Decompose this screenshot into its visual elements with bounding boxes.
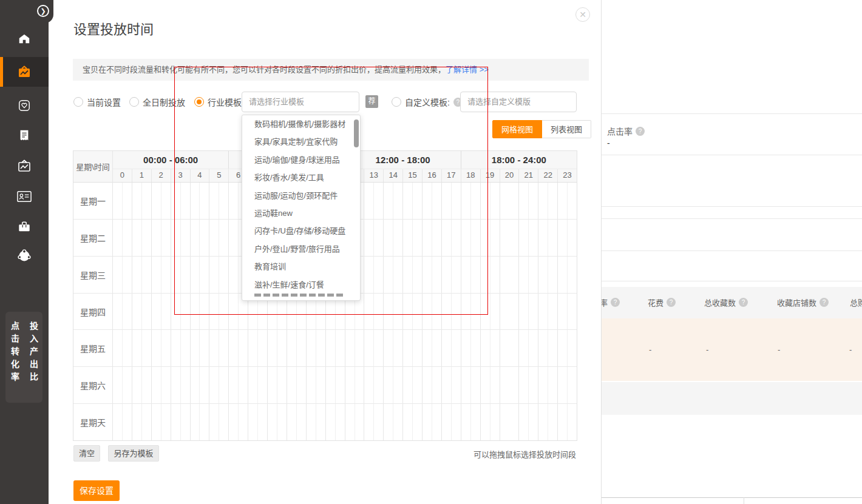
time-slot[interactable] [500,330,520,366]
time-slot[interactable] [500,294,520,330]
time-slot[interactable] [384,257,403,293]
time-slot[interactable] [113,330,132,366]
time-slot[interactable] [442,404,461,440]
time-slot[interactable] [538,257,558,293]
time-slot[interactable] [191,294,210,330]
time-slot[interactable] [423,404,442,440]
time-slot[interactable] [500,220,520,256]
time-slot[interactable] [519,367,538,403]
time-slot[interactable] [538,330,558,366]
dropdown-item[interactable]: 运动鞋new [242,204,360,222]
time-slot[interactable] [132,367,152,403]
time-slot[interactable] [209,404,229,440]
sidebar-item-campaign[interactable] [0,57,49,87]
time-slot[interactable] [171,367,191,403]
sidebar-item-business[interactable] [0,213,49,240]
time-slot[interactable] [481,404,500,440]
time-slot[interactable] [171,294,191,330]
time-slot[interactable] [113,367,132,403]
time-slot[interactable] [171,183,191,219]
radio-custom-template[interactable]: 自定义模板: ? [392,92,463,112]
time-slot[interactable] [364,404,384,440]
column-header[interactable]: 收藏店铺数 ? [777,297,829,308]
time-slot[interactable] [326,404,345,440]
dropdown-item[interactable]: 教育培训 [242,258,360,275]
time-slot[interactable] [384,294,403,330]
time-slot[interactable] [442,367,461,403]
time-slot[interactable] [191,367,210,403]
grid-view-button[interactable]: 网格视图 [492,120,542,138]
time-slot[interactable] [403,257,423,293]
time-slot[interactable] [152,257,171,293]
time-slot[interactable] [364,257,384,293]
dropdown-item[interactable]: 运动/瑜伽/健身/球迷用品 [242,151,360,169]
sidebar-item-favorites[interactable] [0,92,49,119]
time-slot[interactable] [384,404,403,440]
column-header[interactable]: 花费 ? [648,297,676,308]
time-slot[interactable] [558,220,577,256]
time-slot[interactable] [519,404,538,440]
time-slot[interactable] [248,404,268,440]
help-icon[interactable]: ? [611,298,620,307]
time-slot[interactable] [364,220,384,256]
time-slot[interactable] [171,404,191,440]
time-slot[interactable] [326,330,345,366]
time-slot[interactable] [558,294,577,330]
time-slot[interactable] [171,257,191,293]
time-slot[interactable] [113,257,132,293]
time-slot[interactable] [538,294,558,330]
time-slot[interactable] [538,220,558,256]
time-slot[interactable] [403,294,423,330]
time-slot[interactable] [113,294,132,330]
time-slot[interactable] [229,330,248,366]
time-slot[interactable] [152,330,171,366]
time-slot[interactable] [423,330,442,366]
save-as-template-button[interactable]: 另存为模板 [108,445,159,462]
time-slot[interactable] [461,220,481,256]
time-slot[interactable] [209,367,229,403]
time-slot[interactable] [519,220,538,256]
time-slot[interactable] [500,404,520,440]
time-slot[interactable] [403,220,423,256]
time-slot[interactable] [307,404,326,440]
time-slot[interactable] [442,294,461,330]
time-slot[interactable] [364,330,384,366]
time-slot[interactable] [481,220,500,256]
time-slot[interactable] [364,294,384,330]
dropdown-item[interactable]: 户外/登山/野营/旅行用品 [242,240,360,258]
time-slot[interactable] [461,294,481,330]
time-slot[interactable] [345,367,365,403]
time-slot[interactable] [132,257,152,293]
time-slot[interactable] [191,330,210,366]
custom-template-select[interactable]: 请选择自定义模版 [460,92,577,112]
time-slot[interactable] [209,257,229,293]
time-slot[interactable] [558,257,577,293]
dropdown-item[interactable]: 闪存卡/U盘/存储/移动硬盘 [242,222,360,240]
time-slot[interactable] [191,404,210,440]
time-slot[interactable] [384,220,403,256]
chevron-right-icon[interactable]: ❯ [37,5,49,17]
close-icon[interactable]: ✕ [575,7,590,22]
dropdown-item[interactable]: 数码相机/摄像机/摄影器材 [242,115,360,133]
time-slot[interactable] [558,330,577,366]
time-slot[interactable] [461,257,481,293]
help-icon[interactable]: ? [636,127,645,136]
time-slot[interactable] [268,404,287,440]
time-slot[interactable] [209,330,229,366]
time-slot[interactable] [403,404,423,440]
time-slot[interactable] [461,367,481,403]
time-slot[interactable] [423,294,442,330]
time-slot[interactable] [403,183,423,219]
sidebar-item-home[interactable] [0,25,49,52]
time-slot[interactable] [132,330,152,366]
time-slot[interactable] [442,330,461,366]
time-slot[interactable] [345,404,365,440]
sidebar-item-account[interactable] [0,243,49,269]
help-icon[interactable]: ? [820,298,829,307]
time-slot[interactable] [364,183,384,219]
time-slot[interactable] [326,367,345,403]
dropdown-item[interactable]: 滋补/生鲜/速食/订餐 [242,276,360,294]
dropdown-item-partial[interactable] [254,294,345,297]
time-slot[interactable] [519,183,538,219]
time-slot[interactable] [481,183,500,219]
